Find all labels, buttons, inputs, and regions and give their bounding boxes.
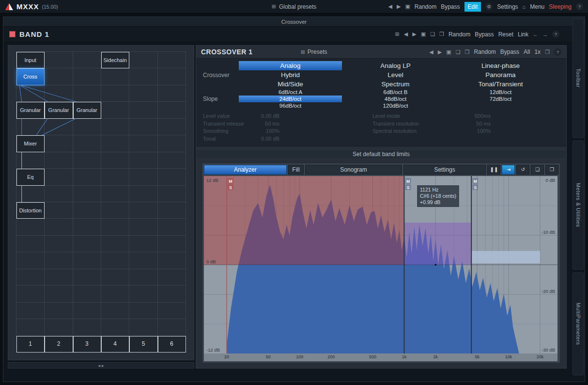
next-arrow-icon[interactable]: ▶ [412, 31, 416, 37]
slot-6[interactable]: 6 [158, 336, 186, 353]
grid-cell[interactable] [129, 186, 157, 202]
grid-cell[interactable] [73, 236, 101, 252]
grid-cell[interactable] [73, 303, 101, 319]
bypass-button[interactable]: Bypass [441, 3, 460, 10]
grid-cell[interactable] [129, 319, 157, 336]
help-icon[interactable]: ? [576, 3, 583, 10]
grid-cell[interactable] [16, 252, 45, 269]
option-tonal-transient[interactable]: Tonal/Transient [449, 80, 552, 89]
random-button[interactable]: Random [415, 3, 436, 10]
home-icon[interactable]: ⌂ [523, 4, 526, 10]
grid-cell[interactable] [158, 303, 186, 319]
prev-arrow-icon[interactable]: ◀ [388, 3, 392, 10]
grid-cell[interactable] [129, 85, 157, 102]
band-reset-button[interactable]: Reset [498, 31, 513, 38]
grid-cell[interactable] [73, 252, 101, 269]
option-48db-oct[interactable]: 48dB/oct [344, 96, 447, 102]
pause-icon[interactable]: ❚❚ [487, 165, 500, 175]
slot-1[interactable]: 1 [16, 336, 45, 353]
grid-cell[interactable] [101, 119, 129, 135]
option-24db-oct[interactable]: 24dB/oct [239, 96, 342, 102]
analyzer-canvas[interactable]: MSMSMS12 dB0 dB-12 dB0 dB-10 dB-20 dB-30… [204, 176, 557, 353]
grid-cell[interactable] [45, 85, 73, 102]
grid-icon[interactable]: ⊞ [395, 31, 400, 37]
prev-arrow-icon[interactable]: ◀ [404, 31, 408, 37]
band-link-button[interactable]: Link [518, 31, 528, 38]
grid-cell[interactable] [16, 303, 45, 319]
scroll-left-icon[interactable]: ◂ [98, 363, 100, 368]
tab-settings[interactable]: Settings [403, 165, 486, 175]
grid-cell[interactable] [101, 252, 129, 269]
option-mid-side[interactable]: Mid/Side [239, 80, 342, 89]
grid-cell[interactable] [101, 319, 129, 336]
save-icon[interactable]: ❏ [456, 49, 461, 55]
right-arrow-icon[interactable]: → [542, 32, 548, 37]
xo-all-button[interactable]: All [524, 48, 530, 55]
grid-cell[interactable] [45, 202, 73, 219]
grid-cell[interactable] [158, 119, 186, 135]
tab-analyzer[interactable]: Analyzer [204, 165, 287, 175]
grid-cell[interactable] [158, 236, 186, 252]
option-6db-oct-a[interactable]: 6dB/oct A [239, 89, 342, 96]
module-granular[interactable]: Granular [45, 102, 73, 118]
left-arrow-icon[interactable]: ← [533, 32, 538, 37]
option-spectrum[interactable]: Spectrum [344, 80, 447, 89]
slot-2[interactable]: 2 [45, 336, 73, 353]
option-12db-oct[interactable]: 12dB/oct [449, 89, 552, 96]
grid-cell[interactable] [45, 169, 73, 185]
tab-sonogram[interactable]: Sonogram [305, 165, 402, 175]
grid-cell[interactable] [16, 85, 45, 102]
option-linear-phase[interactable]: Linear-phase [449, 61, 552, 70]
grid-cell[interactable] [129, 286, 157, 302]
grid-cell[interactable] [158, 319, 186, 336]
global-presets-button[interactable]: ⊞ Global presets [272, 3, 317, 10]
grid-cell[interactable] [129, 102, 157, 118]
grid-cell[interactable] [129, 135, 157, 152]
tab-fill[interactable]: Fill [288, 165, 304, 175]
option-72db-oct[interactable]: 72dB/oct [449, 96, 552, 102]
scroll-right-icon[interactable]: ▸ [102, 363, 104, 368]
sidebar-tab-multiparameters[interactable]: MultiParameters [573, 273, 584, 375]
grid-cell[interactable] [45, 219, 73, 235]
option-96db-oct[interactable]: 96dB/oct [239, 102, 342, 109]
settings-button[interactable]: Settings [497, 3, 518, 10]
snapshot-icon[interactable]: ▣ [421, 31, 426, 37]
grid-cell[interactable] [129, 252, 157, 269]
grid-cell[interactable] [129, 269, 157, 286]
window-icon[interactable]: ❐ [545, 49, 550, 55]
next-arrow-icon[interactable]: ▶ [397, 3, 401, 10]
next-arrow-icon[interactable]: ▶ [438, 49, 442, 55]
grid-cell[interactable] [129, 219, 157, 235]
grid-cell[interactable] [16, 286, 45, 302]
grid-cell[interactable] [45, 303, 73, 319]
grid-cell[interactable] [73, 135, 101, 152]
grid-cell[interactable] [158, 152, 186, 169]
grid-cell[interactable] [129, 52, 157, 68]
grid-cell[interactable] [101, 202, 129, 219]
grid-cell[interactable] [73, 52, 101, 68]
grid-cell[interactable] [101, 135, 129, 152]
grid-cell[interactable] [158, 68, 186, 85]
snapshot-icon[interactable]: ▣ [446, 49, 451, 55]
grid-cell[interactable] [16, 236, 45, 252]
grid-cell[interactable] [45, 119, 73, 135]
grid-cell[interactable] [101, 102, 129, 118]
grid-cell[interactable] [73, 85, 101, 102]
xo-bypass-button[interactable]: Bypass [500, 48, 519, 55]
option-analog[interactable]: Analog [239, 61, 342, 70]
grid-cell[interactable] [73, 286, 101, 302]
grid-cell[interactable] [158, 169, 186, 185]
grid-cell[interactable] [101, 269, 129, 286]
grid-cell[interactable] [73, 219, 101, 235]
band-random-button[interactable]: Random [449, 31, 470, 38]
grid-cell[interactable] [16, 319, 45, 336]
grid-cell[interactable] [158, 135, 186, 152]
option-6db-oct-b[interactable]: 6dB/oct B [344, 89, 447, 96]
module-input[interactable]: Input [16, 52, 45, 68]
grid-cell[interactable] [45, 152, 73, 169]
grid-cell[interactable] [158, 202, 186, 219]
grid-cell[interactable] [45, 68, 73, 85]
grid-cell[interactable] [73, 269, 101, 286]
grid-cell[interactable] [158, 85, 186, 102]
grid-cell[interactable] [73, 119, 101, 135]
